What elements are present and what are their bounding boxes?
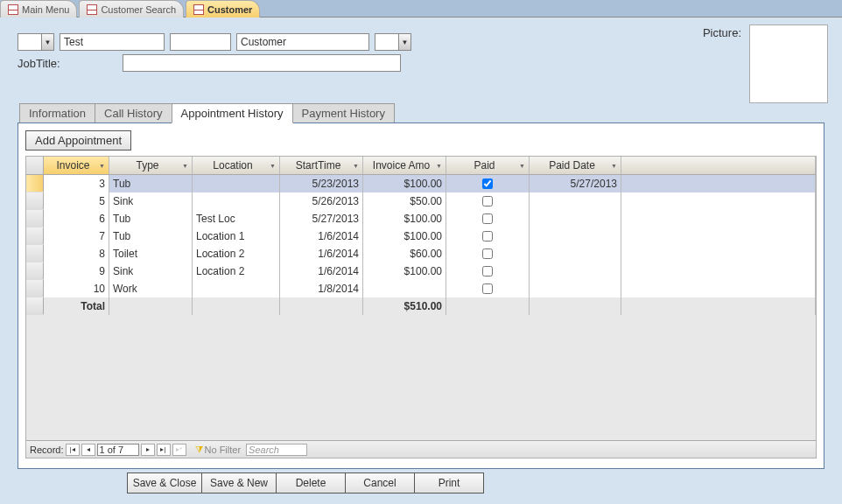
cell-paid[interactable] (446, 228, 530, 245)
cell-location[interactable]: Test Loc (193, 210, 280, 228)
cell-location[interactable]: Location 2 (193, 262, 280, 280)
cell-paid[interactable] (446, 245, 530, 262)
tab-call-history[interactable]: Call History (95, 103, 172, 123)
paid-checkbox[interactable] (482, 266, 493, 276)
cell-paid-date[interactable] (530, 245, 621, 262)
col-header-type[interactable]: Type▼ (109, 157, 193, 174)
cell-paid-date[interactable] (530, 210, 621, 228)
table-row[interactable]: 3Tub5/23/2013$100.005/27/2013 (26, 175, 816, 192)
cell-starttime[interactable]: 1/8/2014 (280, 280, 363, 298)
cell-invoice[interactable]: 3 (44, 175, 109, 192)
cell-invoice[interactable]: 9 (44, 262, 109, 280)
col-header-starttime[interactable]: StartTime▼ (280, 157, 363, 174)
row-selector[interactable] (26, 175, 44, 192)
paid-checkbox[interactable] (482, 231, 493, 242)
cell-paid-date[interactable] (530, 228, 621, 245)
cell-starttime[interactable]: 1/6/2014 (280, 245, 363, 262)
cell-type[interactable]: Tub (109, 228, 193, 245)
nav-first-button[interactable]: |◂ (66, 444, 80, 456)
last-name-field[interactable]: Customer (236, 33, 369, 51)
row-selector[interactable] (26, 245, 44, 262)
cell-starttime[interactable]: 5/26/2013 (280, 192, 363, 210)
row-selector[interactable] (26, 262, 44, 279)
row-selector[interactable] (26, 192, 44, 209)
cell-invoice-amt[interactable] (363, 280, 446, 298)
nav-prev-button[interactable]: ◂ (81, 444, 95, 456)
row-selector[interactable] (26, 280, 44, 297)
cell-invoice[interactable]: 6 (44, 210, 109, 228)
cell-type[interactable]: Work (109, 280, 193, 298)
cell-invoice[interactable]: 10 (44, 280, 109, 298)
table-row[interactable]: 5Sink5/26/2013$50.00 (26, 192, 816, 210)
cell-invoice[interactable]: 8 (44, 245, 109, 262)
col-header-paid-date[interactable]: Paid Date▼ (530, 157, 621, 174)
paid-checkbox[interactable] (482, 214, 493, 224)
record-position[interactable]: 1 of 7 (97, 444, 139, 456)
picture-box[interactable] (749, 24, 828, 103)
nav-last-button[interactable]: ▸| (157, 444, 171, 456)
cell-location[interactable]: Location 1 (193, 228, 280, 245)
delete-button[interactable]: Delete (276, 472, 346, 494)
tab-payment-history[interactable]: Payment History (292, 103, 395, 123)
cell-paid-date[interactable] (530, 192, 621, 210)
cell-invoice-amt[interactable]: $100.00 (363, 175, 446, 192)
col-header-invoice[interactable]: Invoice▼ (44, 157, 109, 174)
tab-information[interactable]: Information (19, 103, 95, 123)
table-row[interactable]: 7TubLocation 11/6/2014$100.00 (26, 228, 816, 245)
table-row[interactable]: 6TubTest Loc5/27/2013$100.00 (26, 210, 816, 228)
cell-paid-date[interactable] (530, 280, 621, 298)
cell-invoice-amt[interactable]: $100.00 (363, 262, 446, 280)
cell-type[interactable]: Sink (109, 262, 193, 280)
table-row[interactable]: 8ToiletLocation 21/6/2014$60.00 (26, 245, 816, 262)
cancel-button[interactable]: Cancel (345, 472, 415, 494)
cell-starttime[interactable]: 5/23/2013 (280, 175, 363, 192)
row-selector[interactable] (26, 228, 44, 244)
tab-appointment-history[interactable]: Appointment History (172, 103, 293, 123)
cell-invoice[interactable]: 7 (44, 228, 109, 245)
save-close-button[interactable]: Save & Close (127, 472, 202, 494)
window-tab-main-menu[interactable]: Main Menu (0, 0, 77, 18)
paid-checkbox[interactable] (482, 178, 493, 189)
cell-invoice-amt[interactable]: $60.00 (363, 245, 446, 262)
cell-location[interactable]: Location 2 (193, 245, 280, 262)
table-row[interactable]: 9SinkLocation 21/6/2014$100.00 (26, 262, 816, 280)
cell-paid[interactable] (446, 192, 530, 210)
print-button[interactable]: Print (414, 472, 484, 494)
cell-location[interactable] (193, 175, 280, 192)
add-appointment-button[interactable]: Add Appointment (25, 130, 131, 150)
cell-type[interactable]: Tub (109, 175, 193, 192)
table-row[interactable]: 10Work1/8/2014 (26, 280, 816, 298)
first-name-field[interactable]: Test (60, 33, 165, 51)
cell-location[interactable] (193, 280, 280, 298)
nav-new-button[interactable]: ▸* (172, 444, 186, 456)
cell-invoice-amt[interactable]: $50.00 (363, 192, 446, 210)
cell-paid[interactable] (446, 175, 530, 192)
paid-checkbox[interactable] (482, 248, 493, 259)
col-header-location[interactable]: Location▼ (193, 157, 280, 174)
filter-indicator[interactable]: ⧩No Filter (195, 444, 242, 455)
window-tab-customer-search[interactable]: Customer Search (79, 0, 184, 18)
nav-next-button[interactable]: ▸ (141, 444, 155, 456)
cell-type[interactable]: Tub (109, 210, 193, 228)
cell-invoice[interactable]: 5 (44, 192, 109, 210)
cell-paid-date[interactable] (530, 262, 621, 280)
col-header-invoice-amt[interactable]: Invoice Amo▼ (363, 157, 446, 174)
title-dropdown[interactable]: ▼ (18, 33, 54, 51)
cell-location[interactable] (193, 192, 280, 210)
cell-paid[interactable] (446, 210, 530, 228)
cell-starttime[interactable]: 1/6/2014 (280, 262, 363, 280)
search-input[interactable]: Search (246, 444, 307, 456)
window-tab-customer[interactable]: Customer (186, 0, 260, 18)
row-selector[interactable] (26, 210, 44, 227)
middle-name-field[interactable] (170, 33, 231, 51)
paid-checkbox[interactable] (482, 196, 493, 206)
save-new-button[interactable]: Save & New (201, 472, 277, 494)
select-all-handle[interactable] (26, 157, 44, 174)
cell-paid[interactable] (446, 280, 530, 298)
cell-starttime[interactable]: 5/27/2013 (280, 210, 363, 228)
paid-checkbox[interactable] (482, 284, 493, 294)
jobtitle-field[interactable] (123, 54, 401, 72)
cell-invoice-amt[interactable]: $100.00 (363, 228, 446, 245)
col-header-paid[interactable]: Paid▼ (446, 157, 530, 174)
cell-starttime[interactable]: 1/6/2014 (280, 228, 363, 245)
